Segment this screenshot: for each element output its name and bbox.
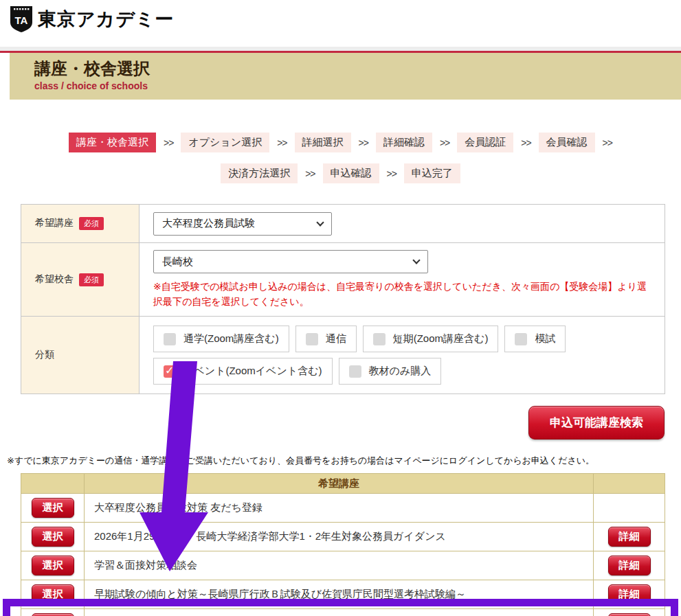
- course-label-cell: 希望講座必須: [21, 205, 139, 243]
- checkbox-checked-icon[interactable]: [164, 365, 176, 378]
- course-table-header-row: 希望講座: [21, 474, 665, 494]
- checkbox-label: イベント(Zoomイベント含む): [183, 365, 322, 378]
- course-row-5-highlighted: 選択 2026官庁自治体説明会 詳細: [21, 609, 665, 616]
- course-table-header: 希望講座: [85, 474, 594, 494]
- detail-button[interactable]: 詳細: [608, 613, 651, 616]
- checkbox-unchecked-icon[interactable]: [515, 333, 527, 345]
- checkbox-commute[interactable]: 通学(Zoom講座含む): [153, 326, 289, 352]
- step-payment-method: 決済方法選択: [221, 163, 298, 183]
- detail-button[interactable]: 詳細: [608, 527, 651, 547]
- school-select-cell: 長崎校 ※自宅受験での模試お申し込みの場合は、自宅最寄りの校舎を選択していただき…: [139, 243, 665, 317]
- checkbox-unchecked-icon[interactable]: [164, 333, 176, 345]
- checkbox-label: 通信: [326, 332, 346, 345]
- school-select-value: 長崎校: [162, 255, 193, 269]
- course-label: 希望講座: [35, 217, 74, 228]
- form-row-course: 希望講座必須 大卒程度公務員試験: [21, 205, 665, 243]
- school-label: 希望校舎: [35, 273, 74, 284]
- course-title: 学習＆面接対策相談会: [85, 551, 594, 580]
- step-separator: >>: [603, 137, 612, 148]
- step-option-selection: オプション選択: [181, 133, 269, 152]
- home-exam-warning: ※自宅受験での模試お申し込みの場合は、自宅最寄りの校舎を選択していただき、次々画…: [153, 280, 655, 309]
- header-select-column: [21, 474, 85, 494]
- school-select[interactable]: 長崎校: [153, 250, 428, 273]
- checkbox-row-1: 通学(Zoom講座含む) 通信 短期(Zoom講座含む) 模試: [153, 326, 655, 352]
- course-title: 大卒程度公務員試験対策 友だち登録: [85, 494, 594, 523]
- page-title: 講座・校舎選択: [34, 59, 681, 79]
- selection-form: 希望講座必須 大卒程度公務員試験 希望校舎必須 長崎校 ※自宅受験での模試お申し…: [21, 204, 665, 394]
- course-select-cell: 大卒程度公務員試験: [139, 205, 665, 243]
- detail-button[interactable]: 詳細: [608, 556, 651, 575]
- course-title: 2026官庁自治体説明会: [85, 609, 594, 616]
- course-table-wrapper: 希望講座 選択 大卒程度公務員試験対策 友だち登録 選択 2026年1月29日（…: [21, 473, 665, 616]
- category-label: 分類: [35, 349, 54, 360]
- search-available-courses-button[interactable]: 申込可能講座検索: [528, 406, 665, 440]
- form-row-category: 分類 通学(Zoom講座含む) 通信 短期(Zoom講座含む) 模試 イベント(…: [21, 317, 665, 394]
- chevron-down-icon: [412, 256, 420, 264]
- select-button[interactable]: 選択: [32, 613, 74, 616]
- step-separator: >>: [164, 137, 173, 148]
- step-row-1: 講座・校舎選択 >> オプション選択 >> 詳細選択 >> 詳細確認 >> 会員…: [0, 133, 681, 152]
- checkbox-label: 模試: [535, 332, 555, 345]
- checkbox-mock-exam[interactable]: 模試: [504, 326, 566, 352]
- detail-cell-empty: [594, 494, 665, 523]
- site-header: TA 東京アカデミー: [0, 0, 681, 47]
- header-detail-column: [594, 474, 665, 494]
- step-course-school-selection: 講座・校舎選択: [69, 133, 156, 152]
- checkbox-unchecked-icon[interactable]: [349, 365, 361, 378]
- select-button[interactable]: 選択: [32, 584, 74, 604]
- course-row-3: 選択 学習＆面接対策相談会 詳細: [21, 551, 665, 580]
- course-title: 早期試験の傾向と対策～長崎県庁行政Ｂ試験及び佐賀県庁民間型選考枠試験編～: [85, 580, 594, 609]
- step-row-2: 決済方法選択 >> 申込確認 >> 申込完了: [0, 163, 681, 183]
- page-subtitle: class / choice of schools: [34, 80, 681, 91]
- course-row-4: 選択 早期試験の傾向と対策～長崎県庁行政Ｂ試験及び佐賀県庁民間型選考枠試験編～ …: [21, 580, 665, 609]
- checkbox-row-2: イベント(Zoomイベント含む) 教材のみ購入: [153, 358, 655, 385]
- search-button-row: 申込可能講座検索: [0, 406, 681, 437]
- step-member-auth: 会員認証: [457, 133, 513, 152]
- course-select-value: 大卒程度公務員試験: [162, 217, 255, 230]
- select-button[interactable]: 選択: [32, 556, 74, 575]
- form-row-school: 希望校舎必須 長崎校 ※自宅受験での模試お申し込みの場合は、自宅最寄りの校舎を選…: [21, 243, 665, 317]
- checkbox-materials-only[interactable]: 教材のみ購入: [339, 358, 442, 385]
- category-checkbox-cell: 通学(Zoom講座含む) 通信 短期(Zoom講座含む) 模試 イベント(Zoo…: [139, 317, 665, 394]
- step-separator: >>: [521, 137, 531, 148]
- chevron-down-icon: [316, 218, 324, 226]
- course-table: 希望講座 選択 大卒程度公務員試験対策 友だち登録 選択 2026年1月29日（…: [21, 473, 665, 616]
- school-label-cell: 希望校舎必須: [21, 243, 139, 317]
- required-badge: 必須: [79, 217, 104, 230]
- category-label-cell: 分類: [21, 317, 139, 394]
- checkbox-unchecked-icon[interactable]: [306, 333, 318, 345]
- checkbox-correspondence[interactable]: 通信: [295, 326, 357, 352]
- checkbox-event[interactable]: イベント(Zoomイベント含む): [153, 358, 333, 385]
- step-application-confirm: 申込確認: [323, 163, 379, 183]
- course-row-2: 選択 2026年1月29日（木）長崎大学経済学部大学1・2年生対象公務員ガイダン…: [21, 523, 665, 551]
- tokyo-academy-logo-icon: TA: [10, 5, 33, 33]
- step-application-complete: 申込完了: [404, 163, 460, 183]
- step-separator: >>: [440, 137, 449, 148]
- step-separator: >>: [359, 137, 368, 148]
- required-badge: 必須: [79, 273, 104, 286]
- step-navigation: 講座・校舎選択 >> オプション選択 >> 詳細選択 >> 詳細確認 >> 会員…: [0, 133, 681, 183]
- detail-button[interactable]: 詳細: [608, 584, 651, 604]
- step-detail-selection: 詳細選択: [295, 133, 351, 152]
- member-login-note: ※すでに東京アカデミーの通信・通学講座をご受講いただいており、会員番号をお持ちの…: [7, 455, 681, 467]
- checkbox-short-term[interactable]: 短期(Zoom講座含む): [363, 326, 499, 352]
- svg-text:TA: TA: [15, 14, 28, 26]
- step-separator: >>: [277, 137, 287, 148]
- page-title-banner: 講座・校舎選択 class / choice of schools: [10, 53, 681, 100]
- step-separator: >>: [305, 168, 315, 179]
- checkbox-label: 通学(Zoom講座含む): [183, 332, 279, 345]
- checkbox-label: 教材のみ購入: [369, 365, 432, 378]
- brand-name: 東京アカデミー: [38, 5, 175, 33]
- course-select[interactable]: 大卒程度公務員試験: [153, 212, 332, 236]
- checkbox-unchecked-icon[interactable]: [373, 333, 386, 345]
- step-detail-confirm: 詳細確認: [376, 133, 432, 152]
- checkbox-label: 短期(Zoom講座含む): [393, 332, 489, 345]
- step-member-confirm: 会員確認: [539, 133, 595, 152]
- course-row-1: 選択 大卒程度公務員試験対策 友だち登録: [21, 494, 665, 523]
- step-separator: >>: [387, 168, 397, 179]
- select-button[interactable]: 選択: [32, 498, 74, 518]
- course-title: 2026年1月29日（木）長崎大学経済学部大学1・2年生対象公務員ガイダンス: [85, 523, 594, 551]
- select-button[interactable]: 選択: [32, 527, 74, 547]
